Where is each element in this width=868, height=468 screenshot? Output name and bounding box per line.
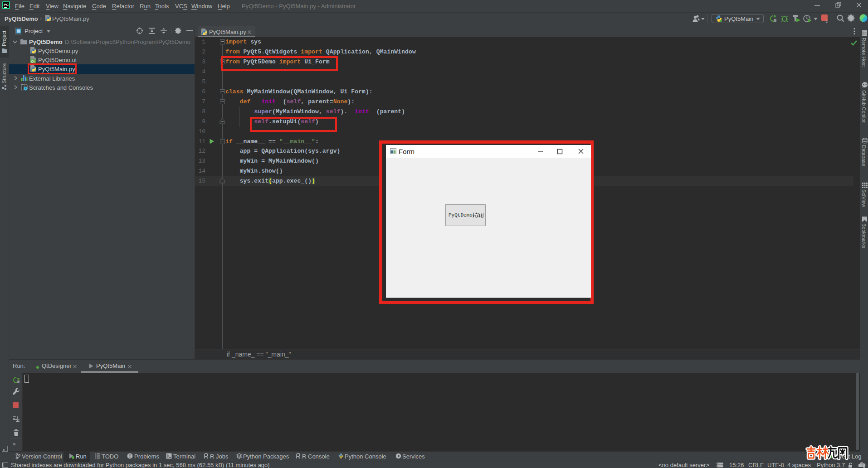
svg-text:?: ? (861, 463, 863, 467)
svg-text:Qt: Qt (31, 60, 35, 63)
svg-text:2: 2 (826, 19, 828, 23)
